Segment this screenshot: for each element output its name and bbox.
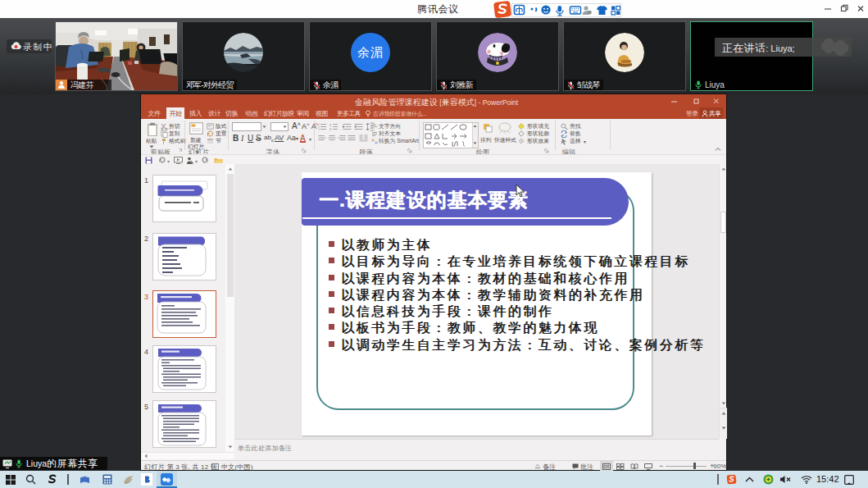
svg-text:2: 2 bbox=[329, 127, 332, 131]
